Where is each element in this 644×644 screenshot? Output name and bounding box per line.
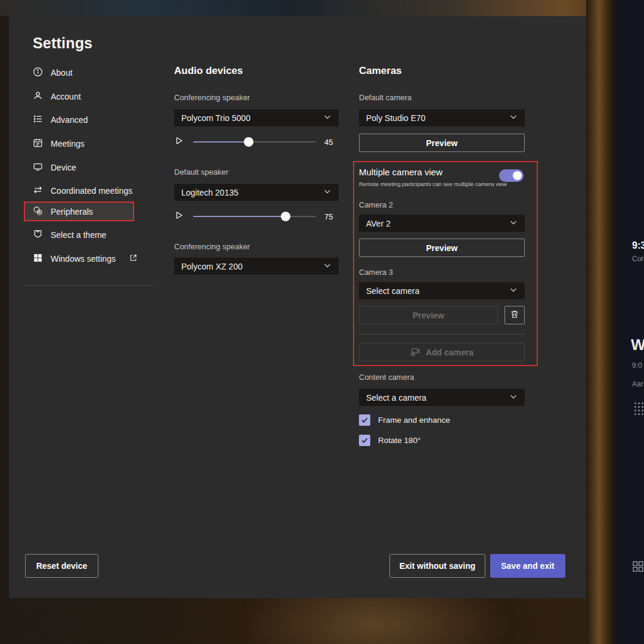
default-camera-preview-button[interactable]: Preview (359, 134, 525, 152)
camera-2-select[interactable]: AVer 2 (359, 215, 525, 232)
volume-slider[interactable] (193, 141, 316, 143)
sidebar-item-label: Peripherals (51, 207, 93, 216)
camera-2-value: AVer 2 (366, 219, 509, 228)
external-link-icon (129, 253, 138, 264)
screen: 9:3 Cor W 9:0 Aar Settings About Account (0, 0, 644, 644)
frame-and-enhance-row: Frame and enhance (359, 414, 450, 426)
multiple-camera-view-title: Multiple camera view (359, 167, 442, 177)
page-title: Settings (33, 35, 92, 52)
sidebar-divider (25, 285, 154, 286)
camera-3-delete-button[interactable] (504, 306, 525, 324)
audio-devices-heading: Audio devices (174, 65, 243, 77)
checkbox-label: Frame and enhance (378, 416, 450, 425)
add-camera-label: Add camera (426, 348, 473, 357)
sidebar-item-peripherals[interactable]: Peripherals (24, 202, 134, 221)
chevron-down-icon (323, 261, 332, 271)
swap-arrows-icon (33, 185, 43, 197)
play-icon[interactable] (174, 210, 184, 222)
camera-3-preview-button[interactable]: Preview (359, 306, 498, 324)
cameras-heading: Cameras (359, 65, 402, 77)
camera-2-preview-button[interactable]: Preview (359, 239, 525, 257)
content-camera-label: Content camera (359, 373, 414, 382)
sidebar-item-label: Advanced (51, 115, 88, 125)
sidebar-item-label: Select a theme (51, 230, 106, 240)
checkbox-label: Rotate 180° (378, 436, 420, 445)
volume-slider-fill (193, 216, 286, 217)
chevron-down-icon (323, 113, 332, 123)
trash-icon (510, 309, 519, 321)
sidebar-item-about[interactable]: About (33, 64, 73, 81)
meeting-time: 9:3 (632, 240, 644, 251)
conferencing-speaker-2-label: Conferencing speaker (174, 242, 250, 251)
sidebar-item-label: Meetings (51, 139, 85, 148)
default-camera-select[interactable]: Poly Studio E70 (359, 109, 525, 126)
monitor-icon (33, 162, 43, 174)
sidebar-item-label: About (51, 68, 73, 78)
add-camera-icon (410, 346, 420, 358)
conferencing-speaker-2-value: Polycom XZ 200 (181, 262, 323, 271)
conferencing-speaker-select[interactable]: Polycom Trio 5000 (174, 109, 339, 126)
settings-panel: Settings About Account Advanced Meetings… (9, 16, 586, 598)
sidebar-item-device[interactable]: Device (33, 159, 76, 176)
exit-without-saving-button[interactable]: Exit without saving (389, 554, 485, 578)
conferencing-speaker-label: Conferencing speaker (174, 93, 250, 102)
rotate-180-row: Rotate 180° (359, 435, 420, 446)
calendar-icon (33, 138, 43, 150)
conferencing-speaker-volume-row: 45 (174, 134, 339, 150)
list-icon (33, 114, 43, 126)
reset-device-button[interactable]: Reset device (25, 554, 98, 578)
person-icon (33, 91, 43, 103)
volume-slider-thumb[interactable] (281, 212, 290, 221)
sidebar-item-windows-settings[interactable]: Windows settings (33, 250, 138, 267)
multiple-camera-view-section: Multiple camera view Remote meeting part… (353, 161, 538, 366)
theme-icon (33, 229, 43, 241)
rotate-180-checkbox[interactable] (359, 435, 370, 446)
chevron-down-icon (323, 187, 332, 197)
dialpad-icon[interactable] (634, 402, 644, 420)
toggle-knob (513, 171, 522, 180)
camera-3-label: Camera 3 (359, 268, 393, 277)
sidebar-item-label: Account (51, 92, 81, 101)
default-speaker-value: Logitech 20135 (181, 188, 323, 197)
meeting-time-2: 9:0 (632, 361, 642, 370)
content-camera-select[interactable]: Select a camera (359, 389, 525, 406)
sidebar-item-label: Device (51, 163, 76, 172)
meetings-side-panel: 9:3 Cor W 9:0 Aar (615, 0, 644, 644)
sidebar-item-account[interactable]: Account (33, 88, 81, 105)
volume-slider-thumb[interactable] (244, 137, 253, 147)
camera-3-select[interactable]: Select camera (359, 282, 525, 299)
camera-3-value: Select camera (366, 286, 509, 296)
background-photo-top (0, 0, 644, 16)
add-camera-button[interactable]: Add camera (359, 343, 525, 361)
peripherals-icon (33, 206, 43, 218)
default-speaker-select[interactable]: Logitech 20135 (174, 184, 339, 201)
sidebar-item-coordinated-meetings[interactable]: Coordinated meetings (33, 182, 132, 199)
conferencing-speaker-2-select[interactable]: Polycom XZ 200 (174, 258, 339, 275)
multiple-camera-view-toggle[interactable] (499, 169, 524, 182)
multiple-camera-view-subtitle: Remote meeting participants can see mult… (359, 181, 507, 187)
volume-slider-fill (193, 141, 249, 143)
windows-icon (33, 253, 43, 265)
save-and-exit-button[interactable]: Save and exit (490, 554, 565, 578)
default-camera-label: Default camera (359, 93, 411, 102)
chevron-down-icon (509, 286, 518, 296)
content-camera-value: Select a camera (366, 393, 509, 402)
grid-view-icon[interactable] (632, 561, 644, 575)
volume-value: 75 (324, 212, 339, 221)
sidebar-item-meetings[interactable]: Meetings (33, 135, 85, 152)
play-icon[interactable] (174, 136, 184, 148)
chevron-down-icon (509, 218, 518, 228)
frame-and-enhance-checkbox[interactable] (359, 414, 370, 426)
info-icon (33, 67, 43, 79)
default-speaker-volume-row: 75 (174, 208, 339, 225)
volume-value: 45 (324, 138, 339, 147)
volume-slider[interactable] (193, 216, 316, 217)
default-camera-value: Poly Studio E70 (366, 113, 509, 123)
meeting-organizer: Aar (632, 380, 643, 388)
sidebar-item-label: Coordinated meetings (51, 186, 132, 196)
conferencing-speaker-value: Polycom Trio 5000 (181, 113, 323, 123)
chevron-down-icon (509, 113, 518, 123)
meeting-title: Cor (632, 255, 643, 263)
sidebar-item-select-a-theme[interactable]: Select a theme (33, 227, 106, 243)
sidebar-item-advanced[interactable]: Advanced (33, 112, 88, 128)
